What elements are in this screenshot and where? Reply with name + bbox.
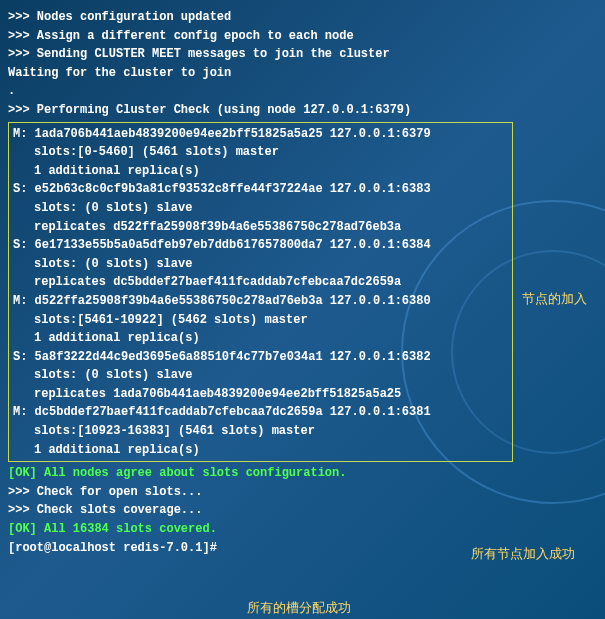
config-updated-line: >>> Nodes configuration updated xyxy=(8,8,597,27)
node-extra: replicates 1ada706b441aeb4839200e94ee2bf… xyxy=(13,385,508,404)
annotation-all-joined: 所有节点加入成功 xyxy=(471,545,575,563)
node-row: M: d522ffa25908f39b4a6e55386750c278ad76e… xyxy=(13,292,508,311)
node-slots: slots: (0 slots) slave xyxy=(13,366,508,385)
node-extra: replicates dc5bddef27baef411fcaddab7cfeb… xyxy=(13,273,508,292)
node-slots: slots:[10923-16383] (5461 slots) master xyxy=(13,422,508,441)
check-open-slots: >>> Check for open slots... xyxy=(8,483,597,502)
annotation-slots-assigned: 所有的槽分配成功 xyxy=(247,599,351,617)
terminal-output: >>> Nodes configuration updated >>> Assi… xyxy=(8,8,597,557)
ok-slots-covered: [OK] All 16384 slots covered. xyxy=(8,520,597,539)
annotation-nodes-join: 节点的加入 xyxy=(522,290,587,308)
check-coverage: >>> Check slots coverage... xyxy=(8,501,597,520)
ok-nodes-agree: [OK] All nodes agree about slots configu… xyxy=(8,464,597,483)
blank-line: . xyxy=(8,82,597,101)
node-slots: slots:[5461-10922] (5462 slots) master xyxy=(13,311,508,330)
node-row: M: 1ada706b441aeb4839200e94ee2bff51825a5… xyxy=(13,125,508,144)
node-slots: slots: (0 slots) slave xyxy=(13,199,508,218)
node-slots: slots:[0-5460] (5461 slots) master xyxy=(13,143,508,162)
cluster-check-line: >>> Performing Cluster Check (using node… xyxy=(8,101,597,120)
sending-meet-line: >>> Sending CLUSTER MEET messages to joi… xyxy=(8,45,597,64)
node-slots: slots: (0 slots) slave xyxy=(13,255,508,274)
node-extra: replicates d522ffa25908f39b4a6e55386750c… xyxy=(13,218,508,237)
node-row: M: dc5bddef27baef411fcaddab7cfebcaa7dc26… xyxy=(13,403,508,422)
waiting-line: Waiting for the cluster to join xyxy=(8,64,597,83)
assign-epoch-line: >>> Assign a different config epoch to e… xyxy=(8,27,597,46)
node-extra: 1 additional replica(s) xyxy=(13,162,508,181)
node-extra: 1 additional replica(s) xyxy=(13,441,508,460)
node-extra: 1 additional replica(s) xyxy=(13,329,508,348)
node-row: S: 6e17133e55b5a0a5dfeb97eb7ddb617657800… xyxy=(13,236,508,255)
nodes-box: M: 1ada706b441aeb4839200e94ee2bff51825a5… xyxy=(8,122,513,463)
prompt-text: [root@localhost redis-7.0.1]# xyxy=(8,541,217,555)
node-row: S: e52b63c8c0cf9b3a81cf93532c8ffe44f3722… xyxy=(13,180,508,199)
node-row: S: 5a8f3222d44c9ed3695e6a88510f4c77b7e03… xyxy=(13,348,508,367)
